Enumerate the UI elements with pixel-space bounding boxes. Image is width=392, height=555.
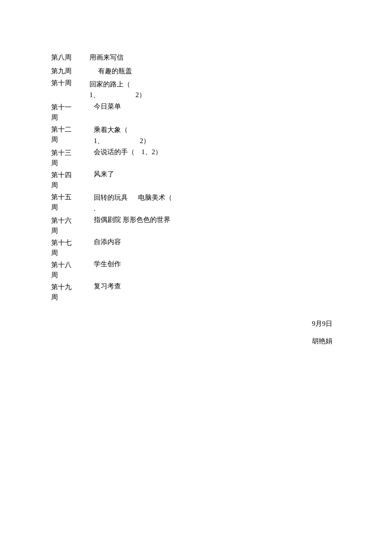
week-row-18: 第十八周 学生创作 xyxy=(51,260,341,280)
week-label-18: 第十八周 xyxy=(51,260,85,280)
week-label-11: 第十一周 xyxy=(51,102,85,123)
week-label-17: 第十七周 xyxy=(51,238,85,258)
week-content-9: 有趣的瓶盖 xyxy=(85,65,132,78)
week-content-13: 会说话的手（ 1、2） xyxy=(85,148,162,157)
week-row-11: 第十一周 今日菜单 xyxy=(51,102,341,123)
week-content-8: 用画来写信 xyxy=(85,51,124,64)
date-line: 9月9日 xyxy=(51,319,332,328)
week-content-10: 回家的路上（ 1、 2） xyxy=(85,79,146,101)
week-label-16: 第十六周 xyxy=(51,216,85,236)
author-line: 胡艳娟 xyxy=(51,337,332,346)
week-content-11: 今日菜单 xyxy=(85,102,121,111)
week-content-19: 复习考查 xyxy=(85,282,121,291)
week-label-15: 第十五周 xyxy=(51,192,85,213)
week-row-15: 第十五周 回转的玩具 电脑美术（ . xyxy=(51,192,341,214)
week-row-19: 第十九周 复习考查 xyxy=(51,282,341,302)
week-row-8: 第八周 用画来写信 xyxy=(51,51,341,64)
week-row-13: 第十三周 会说话的手（ 1、2） xyxy=(51,148,341,168)
date-text: 9月9日 xyxy=(312,320,332,327)
week-label-13: 第十三周 xyxy=(51,148,85,168)
week-content-18: 学生创作 xyxy=(85,260,121,269)
page-container: 第八周 用画来写信 第九周 有趣的瓶盖 第十周 回家的路上（ 1、 2） 第十一… xyxy=(0,0,392,555)
week-label-14: 第十四周 xyxy=(51,170,85,190)
author-text: 胡艳娟 xyxy=(312,337,332,345)
week-content-15: 回转的玩具 电脑美术（ . xyxy=(85,192,172,214)
week-label-8: 第八周 xyxy=(51,51,85,64)
week-label-19: 第十九周 xyxy=(51,282,85,302)
week-content-14: 风来了 xyxy=(85,170,114,179)
week-row-14: 第十四周 风来了 xyxy=(51,170,341,190)
week-label-10: 第十周 xyxy=(51,79,85,88)
week-row-17: 第十七周 自添内容 xyxy=(51,238,341,258)
week-row-12: 第十二周 乘着大象（ 1、 2） xyxy=(51,124,341,146)
week-content-17: 自添内容 xyxy=(85,238,121,247)
week-label-12: 第十二周 xyxy=(51,124,85,145)
week-content-16: 指偶剧院 形形色色的世界 xyxy=(85,216,170,224)
week-row-9: 第九周 有趣的瓶盖 xyxy=(51,65,341,78)
week-row-16: 第十六周 指偶剧院 形形色色的世界 xyxy=(51,216,341,236)
week-label-9: 第九周 xyxy=(51,65,85,78)
content-area: 第八周 用画来写信 第九周 有趣的瓶盖 第十周 回家的路上（ 1、 2） 第十一… xyxy=(51,51,341,302)
week-row-10: 第十周 回家的路上（ 1、 2） xyxy=(51,79,341,101)
week-content-12: 乘着大象（ 1、 2） xyxy=(85,124,150,146)
